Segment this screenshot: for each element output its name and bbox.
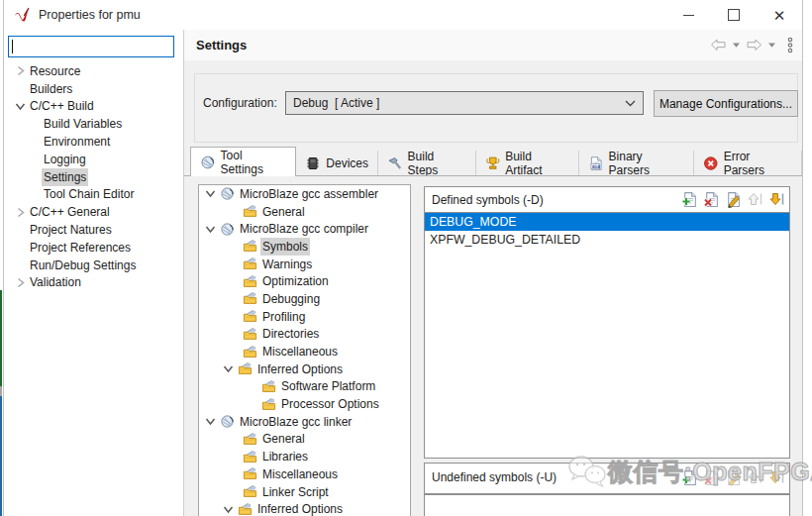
- chevron-right-icon[interactable]: [13, 205, 27, 219]
- tool-settings-page: MicroBlaze gcc assembler General MicroBl…: [184, 175, 802, 516]
- undefined-symbols-toolbar: [681, 469, 785, 486]
- category-folder-icon: [243, 466, 257, 481]
- tree-item-gcc-linker[interactable]: MicroBlaze gcc linker: [199, 413, 410, 431]
- chevron-down-icon[interactable]: [204, 415, 217, 428]
- sidebar-item-logging[interactable]: Logging: [4, 151, 183, 168]
- chevron-down-icon: [625, 96, 636, 110]
- chevron-down-icon[interactable]: [13, 99, 27, 113]
- category-folder-icon: [243, 345, 257, 360]
- window-title: Properties for pmu: [39, 8, 141, 22]
- defined-symbols-header: Defined symbols (-D): [425, 187, 789, 213]
- tool-settings-tree: MicroBlaze gcc assembler General MicroBl…: [198, 184, 411, 516]
- symbol-row[interactable]: XPFW_DEBUG_DETAILED: [425, 231, 789, 249]
- undefined-symbols-title: Undefined symbols (-U): [432, 470, 557, 484]
- tab-error-parsers[interactable]: Error Parsers: [694, 151, 802, 176]
- sidebar-item-settings[interactable]: Settings: [4, 168, 183, 186]
- chevron-right-icon[interactable]: [13, 275, 27, 289]
- maximize-icon: [728, 9, 740, 21]
- sidebar-item-build-variables[interactable]: Build Variables: [4, 115, 183, 133]
- tree-item-warnings[interactable]: Warnings: [199, 256, 410, 273]
- sidebar-item-builders[interactable]: Builders: [4, 80, 183, 98]
- binary-file-icon: 010: [588, 155, 604, 171]
- sidebar-item-resource[interactable]: Resource: [4, 62, 183, 80]
- hammer-icon: [387, 155, 403, 171]
- configuration-label: Configuration:: [203, 96, 277, 110]
- tree-item-libraries[interactable]: Libraries: [199, 448, 410, 465]
- maximize-button[interactable]: [711, 0, 757, 30]
- tree-item-software-platform[interactable]: Software Platform: [199, 378, 410, 396]
- category-folder-icon: [243, 327, 257, 342]
- properties-tree: Resource Builders C/C++ Build Build Vari…: [4, 62, 183, 291]
- chevron-down-icon[interactable]: [204, 223, 217, 236]
- move-up-icon[interactable]: [747, 191, 763, 208]
- defined-symbols-panel: Defined symbols (-D): [424, 186, 790, 459]
- tree-item-gcc-compiler[interactable]: MicroBlaze gcc compiler: [199, 220, 410, 238]
- delete-symbol-icon[interactable]: [703, 469, 720, 486]
- sidebar-item-validation[interactable]: Validation: [4, 274, 183, 292]
- close-button[interactable]: ✕: [757, 0, 802, 30]
- tree-item-inferred-options[interactable]: Inferred Options: [199, 361, 410, 378]
- device-icon: [305, 155, 321, 171]
- sidebar-item-project-references[interactable]: Project References: [4, 239, 183, 257]
- filter-input[interactable]: [8, 36, 174, 57]
- page-title: Settings: [196, 38, 247, 52]
- delete-symbol-icon[interactable]: [703, 191, 720, 208]
- tree-item-general[interactable]: General: [199, 203, 410, 221]
- sidebar-item-project-natures[interactable]: Project Natures: [4, 221, 183, 239]
- defined-symbols-list: DEBUG_MODE XPFW_DEBUG_DETAILED: [425, 213, 789, 250]
- tab-devices[interactable]: Devices: [296, 151, 378, 176]
- tree-item-processor-options[interactable]: Processor Options: [199, 395, 410, 413]
- back-menu-icon[interactable]: [732, 42, 741, 49]
- trophy-icon: [485, 155, 501, 171]
- chevron-right-icon[interactable]: [13, 64, 27, 78]
- tree-item-profiling[interactable]: Profiling: [199, 308, 410, 326]
- add-symbol-icon[interactable]: [681, 469, 698, 486]
- move-down-icon[interactable]: [768, 191, 785, 208]
- tree-item-linker-script[interactable]: Linker Script: [199, 483, 410, 501]
- sidebar-item-environment[interactable]: Environment: [4, 133, 183, 151]
- svg-text:010: 010: [592, 164, 600, 169]
- configuration-select[interactable]: Debug [ Active ]: [285, 91, 644, 115]
- tree-item-debugging[interactable]: Debugging: [199, 290, 410, 308]
- back-icon[interactable]: [709, 38, 728, 52]
- tab-tool-settings[interactable]: Tool Settings: [190, 147, 296, 176]
- chevron-down-icon[interactable]: [222, 503, 235, 516]
- tree-item-miscellaneous[interactable]: Miscellaneous: [199, 343, 410, 361]
- move-down-icon[interactable]: [768, 469, 785, 486]
- tree-item-linker-miscellaneous[interactable]: Miscellaneous: [199, 465, 410, 483]
- symbol-row-selected[interactable]: DEBUG_MODE: [425, 213, 789, 231]
- view-menu-icon[interactable]: [786, 37, 794, 53]
- category-folder-icon: [238, 361, 253, 376]
- category-folder-icon: [243, 274, 257, 289]
- tree-item-directories[interactable]: Directories: [199, 326, 410, 344]
- sidebar-item-tool-chain-editor[interactable]: Tool Chain Editor: [4, 186, 183, 204]
- sidebar-item-cpp-build[interactable]: C/C++ Build: [4, 98, 183, 116]
- edit-symbol-icon[interactable]: [725, 191, 742, 208]
- tree-item-linker-general[interactable]: General: [199, 431, 410, 449]
- minimize-button[interactable]: [665, 0, 711, 30]
- category-folder-icon: [243, 432, 257, 447]
- chevron-down-icon[interactable]: [204, 187, 217, 200]
- sidebar-item-run-debug-settings[interactable]: Run/Debug Settings: [4, 257, 183, 274]
- tab-build-steps[interactable]: Build Steps: [378, 151, 476, 176]
- page-header: Settings: [184, 30, 802, 61]
- tree-item-linker-inferred-options[interactable]: Inferred Options: [199, 500, 410, 516]
- properties-dialog: Properties for pmu ✕ Resource Builders C…: [3, 0, 803, 516]
- category-folder-icon: [243, 291, 257, 306]
- forward-icon[interactable]: [745, 38, 763, 52]
- edit-symbol-icon[interactable]: [725, 469, 742, 486]
- tab-binary-parsers[interactable]: 010 Binary Parsers: [579, 151, 694, 176]
- tree-item-gcc-assembler[interactable]: MicroBlaze gcc assembler: [199, 185, 410, 203]
- forward-menu-icon[interactable]: [767, 42, 776, 49]
- edge-strip-blue: [0, 396, 2, 516]
- sidebar-item-cpp-general[interactable]: C/C++ General: [4, 203, 183, 221]
- chevron-down-icon[interactable]: [222, 362, 235, 375]
- move-up-icon[interactable]: [747, 469, 763, 486]
- undefined-symbols-list[interactable]: [424, 494, 790, 516]
- tree-item-symbols[interactable]: Symbols: [199, 238, 410, 256]
- manage-configurations-button[interactable]: Manage Configurations...: [654, 90, 798, 117]
- add-symbol-icon[interactable]: [681, 191, 698, 208]
- tab-build-artifact[interactable]: Build Artifact: [476, 151, 579, 176]
- tree-item-optimization[interactable]: Optimization: [199, 272, 410, 290]
- category-folder-icon: [261, 379, 276, 394]
